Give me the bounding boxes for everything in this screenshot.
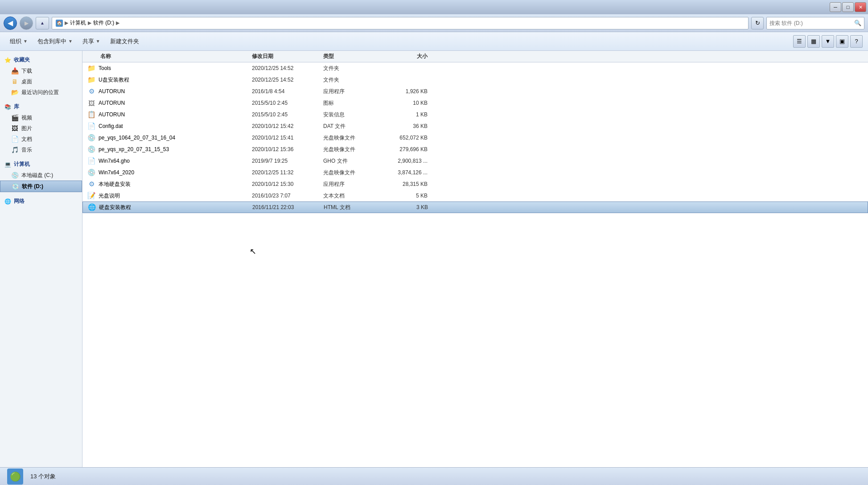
title-bar: ─ □ ✕ (0, 0, 868, 14)
refresh-button[interactable]: ↻ (751, 17, 764, 29)
up-button[interactable]: ▲ (36, 17, 49, 29)
sidebar-item-music[interactable]: 🎵 音乐 (0, 144, 82, 155)
file-rows: 📁 Tools 2020/12/25 14:52 文件夹 📁 U盘安装教程 20… (82, 62, 868, 213)
table-row[interactable]: 📁 U盘安装教程 2020/12/25 14:52 文件夹 (82, 74, 868, 86)
table-row[interactable]: 📄 Config.dat 2020/10/12 15:42 DAT 文件 36 … (82, 120, 868, 132)
sidebar-item-recent[interactable]: 📂 最近访问的位置 (0, 87, 82, 98)
sidebar-item-drive-c[interactable]: 💿 本地磁盘 (C:) (0, 170, 82, 181)
minimize-button[interactable]: ─ (830, 2, 841, 12)
music-icon: 🎵 (11, 146, 19, 154)
refresh-icon: ↻ (755, 20, 760, 26)
sidebar-item-drive-d[interactable]: 💿 软件 (D:) (0, 181, 82, 192)
view-toggle-button[interactable]: ☰ (793, 35, 806, 48)
toolbar-right: ☰ ▦ ▼ ▣ ? (793, 35, 863, 48)
table-row[interactable]: ⚙ AUTORUN 2016/1/8 4:54 应用程序 1,926 KB (82, 86, 868, 97)
share-button[interactable]: 共享 ▼ (78, 34, 105, 49)
column-header-date[interactable]: 修改日期 (252, 53, 323, 60)
sidebar-section-computer: 💻 计算机 💿 本地磁盘 (C:) 💿 软件 (D:) (0, 159, 82, 192)
file-date: 2020/12/25 11:32 (252, 169, 323, 176)
downloads-label: 下载 (21, 67, 32, 75)
recent-icon: 📂 (11, 88, 19, 96)
close-button[interactable]: ✕ (855, 2, 866, 12)
new-folder-button[interactable]: 新建文件夹 (106, 34, 144, 49)
recent-label: 最近访问的位置 (21, 89, 59, 96)
share-label: 共享 (82, 37, 94, 45)
file-type: 应用程序 (323, 181, 381, 188)
file-type: 应用程序 (323, 88, 381, 95)
sidebar-section-favorites: ⭐ 收藏夹 📥 下载 🖥 桌面 📂 最近访问的位置 (0, 54, 82, 98)
file-size: 1 KB (381, 111, 435, 118)
file-size: 1,926 KB (381, 88, 435, 95)
sidebar-header-computer[interactable]: 💻 计算机 (0, 159, 82, 170)
file-name-cell: 📋 AUTORUN (82, 110, 252, 119)
column-header-name[interactable]: 名称 (82, 53, 252, 60)
sidebar-header-network[interactable]: 🌐 网络 (0, 196, 82, 207)
file-icon: 🌐 (87, 203, 96, 212)
file-type: 光盘映像文件 (323, 134, 381, 142)
sidebar: ⭐ 收藏夹 📥 下载 🖥 桌面 📂 最近访问的位置 📚 库 (0, 51, 82, 467)
table-row[interactable]: ⚙ 本地硬盘安装 2020/10/12 15:30 应用程序 28,315 KB (82, 178, 868, 190)
music-label: 音乐 (21, 146, 32, 154)
file-name: 硬盘安装教程 (99, 204, 131, 211)
view-details-button[interactable]: ▦ (807, 35, 820, 48)
column-header-size[interactable]: 大小 (381, 53, 435, 60)
view-arrow-button[interactable]: ▼ (822, 35, 834, 48)
file-date: 2020/10/12 15:36 (252, 146, 323, 152)
organize-label: 组织 (10, 37, 21, 45)
pictures-icon: 🖼 (11, 124, 19, 132)
column-header-type[interactable]: 类型 (323, 53, 381, 60)
sidebar-item-video[interactable]: 🎬 视频 (0, 112, 82, 123)
file-name: Tools (99, 65, 111, 71)
computer-label: 计算机 (14, 160, 30, 168)
search-input[interactable] (769, 20, 852, 26)
sidebar-header-library[interactable]: 📚 库 (0, 101, 82, 112)
file-icon: 📄 (87, 122, 96, 131)
organize-button[interactable]: 组织 ▼ (5, 34, 32, 49)
sidebar-item-pictures[interactable]: 🖼 图片 (0, 123, 82, 134)
file-type: 光盘映像文件 (323, 169, 381, 177)
sidebar-item-documents[interactable]: 📄 文档 (0, 134, 82, 144)
file-name: Win7x64.gho (99, 158, 130, 164)
file-name: Win7x64_2020 (99, 169, 134, 176)
file-name: pe_yqs_xp_20_07_31_15_53 (99, 146, 169, 152)
documents-label: 文档 (21, 136, 32, 143)
table-row[interactable]: 📝 光盘说明 2016/10/23 7:07 文本文档 5 KB (82, 190, 868, 201)
preview-pane-button[interactable]: ▣ (836, 35, 848, 48)
table-row[interactable]: 📄 Win7x64.gho 2019/9/7 19:25 GHO 文件 2,90… (82, 155, 868, 167)
file-name: AUTORUN (99, 100, 125, 106)
file-name: 本地硬盘安装 (99, 181, 131, 188)
help-button[interactable]: ? (850, 35, 863, 48)
maximize-button[interactable]: □ (842, 2, 854, 12)
sidebar-header-favorites[interactable]: ⭐ 收藏夹 (0, 54, 82, 66)
sidebar-item-desktop[interactable]: 🖥 桌面 (0, 76, 82, 87)
file-name-cell: 📝 光盘说明 (82, 191, 252, 200)
library-label: 库 (14, 103, 19, 111)
table-row[interactable]: 📁 Tools 2020/12/25 14:52 文件夹 (82, 62, 868, 74)
table-row[interactable]: 🖼 AUTORUN 2015/5/10 2:45 图标 10 KB (82, 97, 868, 109)
file-icon: 💿 (87, 168, 96, 177)
table-row[interactable]: 💿 pe_yqs_1064_20_07_31_16_04 2020/10/12 … (82, 132, 868, 144)
table-row[interactable]: 📋 AUTORUN 2015/5/10 2:45 安装信息 1 KB (82, 109, 868, 120)
search-bar[interactable]: 🔍 (766, 17, 864, 29)
file-date: 2016/1/8 4:54 (252, 88, 323, 95)
file-size: 36 KB (381, 123, 435, 129)
table-row[interactable]: 💿 pe_yqs_xp_20_07_31_15_53 2020/10/12 15… (82, 144, 868, 155)
file-name-cell: 🖼 AUTORUN (82, 99, 252, 107)
file-date: 2016/10/23 7:07 (252, 193, 323, 199)
file-size: 279,696 KB (381, 146, 435, 152)
file-list-header: 名称 修改日期 类型 大小 (82, 51, 868, 62)
back-button[interactable]: ◀ (4, 16, 17, 30)
documents-icon: 📄 (11, 135, 19, 143)
breadcrumb-drive-d[interactable]: 软件 (D:) (93, 19, 114, 27)
table-row[interactable]: 💿 Win7x64_2020 2020/12/25 11:32 光盘映像文件 3… (82, 167, 868, 178)
table-row[interactable]: 🌐 硬盘安装教程 2016/11/21 22:03 HTML 文档 3 KB (82, 201, 868, 213)
include-in-library-button[interactable]: 包含到库中 ▼ (33, 34, 77, 49)
breadcrumb-computer[interactable]: 计算机 (70, 19, 86, 27)
sidebar-section-library: 📚 库 🎬 视频 🖼 图片 📄 文档 🎵 音乐 (0, 101, 82, 155)
window-controls: ─ □ ✕ (830, 2, 866, 12)
video-label: 视频 (21, 114, 32, 122)
sidebar-item-downloads[interactable]: 📥 下载 (0, 66, 82, 76)
forward-button[interactable]: ▶ (20, 16, 33, 30)
address-bar: ◀ ▶ ▲ 🏠 ▶ 计算机 ▶ 软件 (D:) ▶ ↻ 🔍 (0, 14, 868, 32)
file-size: 3,874,126 ... (381, 169, 435, 176)
